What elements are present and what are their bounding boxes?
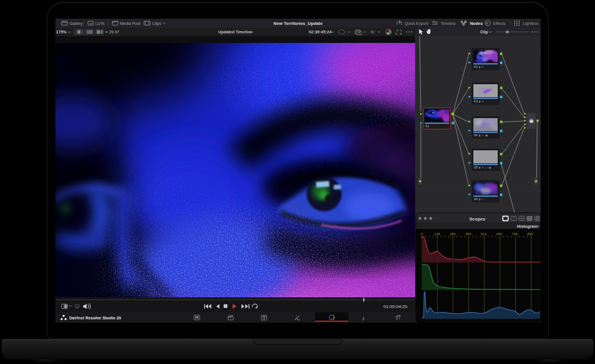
svg-text:895: 895 [527,231,533,235]
svg-text:640: 640 [497,231,503,235]
svg-text:01:00:04:20: 01:00:04:20 [383,304,408,309]
svg-text:128: 128 [434,231,441,235]
svg-text:Scopes: Scopes [469,216,486,221]
svg-text:Media Pool: Media Pool [120,21,140,26]
svg-text:02:39:45:24: 02:39:45:24 [309,29,332,34]
svg-text:175%: 175% [56,29,67,34]
svg-text:Clips: Clips [152,21,161,26]
svg-text:768: 768 [512,231,518,235]
svg-text:Clip: Clip [480,29,488,34]
svg-text:New Territories_Update: New Territories_Update [274,21,324,26]
svg-text:DaVinci Resolve Studio 20: DaVinci Resolve Studio 20 [70,315,122,320]
svg-text:0: 0 [421,231,423,235]
svg-text:29.97: 29.97 [109,29,119,34]
svg-text:Effects: Effects [493,21,506,26]
svg-text:Histogram: Histogram [517,223,538,228]
svg-text:♪: ♪ [362,314,365,322]
svg-text:Nodes: Nodes [470,21,483,26]
svg-text:Timeline: Timeline [441,21,456,26]
svg-text:LUTs: LUTs [96,21,105,26]
svg-text:fx: fx [486,21,489,25]
svg-text:Quick Export: Quick Export [405,21,428,26]
svg-text:Updated Timeline: Updated Timeline [218,29,252,34]
svg-text:384: 384 [465,231,472,235]
svg-text:512: 512 [481,231,487,235]
svg-text:Lightbox: Lightbox [523,21,539,26]
svg-text:256: 256 [450,231,456,235]
svg-text:Gallery: Gallery [70,21,83,26]
